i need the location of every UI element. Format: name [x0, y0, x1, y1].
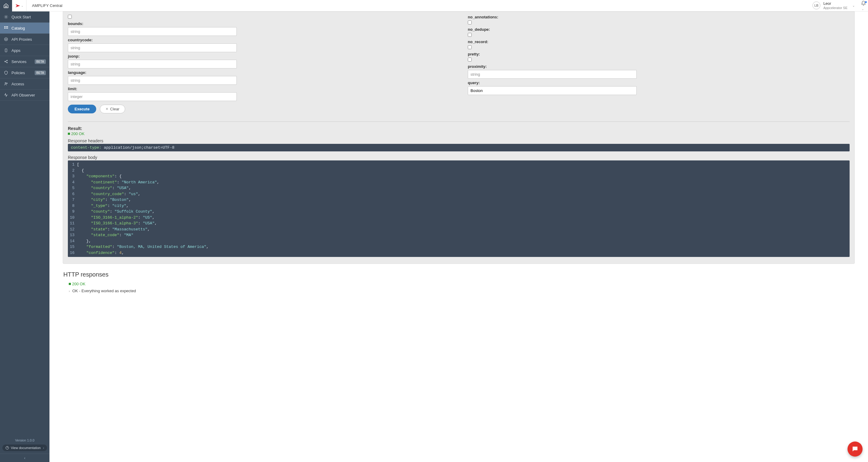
sidebar-item-label: Quick Start	[11, 15, 46, 19]
svg-rect-5	[6, 28, 7, 29]
grid-icon	[4, 26, 8, 30]
http-response-expand[interactable]: › OK - Everything worked as expected	[69, 288, 854, 293]
api-icon	[4, 37, 8, 41]
sidebar-item-label: API Proxies	[11, 37, 46, 41]
status-dot-icon	[69, 283, 71, 285]
param-input-limit[interactable]	[68, 92, 237, 101]
response-body-label: Response body	[68, 155, 849, 160]
version-label: Version 1.0.0	[0, 437, 50, 443]
response-body-code: 1[2 {3 "components": {4 "continent": "No…	[68, 160, 849, 257]
param-checkbox-pretty[interactable]	[468, 58, 472, 62]
params-right: no_annotations: no_dedupe: no_record: pr…	[468, 15, 849, 119]
response-headers-code: content-type: application/json;charset=U…	[68, 144, 849, 151]
param-label-no-record: no_record:	[468, 39, 849, 44]
param-label-pretty: pretty:	[468, 52, 849, 56]
sidebar-item-quick-start[interactable]: Quick Start	[0, 11, 50, 23]
svg-rect-6	[7, 28, 8, 29]
result-title: Result:	[68, 126, 849, 131]
shield-icon	[4, 70, 8, 75]
clear-label: Clear	[110, 107, 119, 111]
param-checkbox-no-record[interactable]	[468, 45, 472, 49]
sidebar-item-api-proxies[interactable]: API Proxies	[0, 34, 50, 45]
svg-point-11	[7, 60, 7, 61]
param-label-countrycode: countrycode:	[68, 38, 450, 42]
param-checkbox-no-dedupe[interactable]	[468, 33, 472, 37]
param-input-bounds[interactable]	[68, 27, 237, 36]
http-response-description: OK - Everything worked as expected	[72, 288, 136, 293]
device-icon	[4, 48, 8, 53]
clear-button[interactable]: ✕ Clear	[100, 105, 125, 113]
home-button[interactable]	[0, 0, 12, 11]
sidebar-collapse-button[interactable]: ‹	[0, 454, 50, 462]
sidebar: Quick Start Catalog API Proxies Apps Ser…	[0, 11, 50, 462]
sidebar-item-access[interactable]: Access	[0, 79, 50, 90]
param-input-countrycode[interactable]	[68, 43, 237, 52]
notifications-button[interactable]: ⌄	[859, 1, 868, 11]
param-label-jsonp: jsonp:	[68, 54, 450, 59]
sidebar-item-policies[interactable]: Policies BETA	[0, 67, 50, 79]
param-label-proximity: proximity:	[468, 64, 849, 69]
notification-dot	[865, 1, 867, 3]
user-name: Leor	[824, 1, 847, 6]
param-input-query[interactable]	[468, 86, 637, 95]
result-status: 200 OK	[68, 131, 849, 136]
chat-button[interactable]	[847, 441, 863, 457]
param-checkbox-no-annotations[interactable]	[468, 21, 472, 24]
share-icon	[4, 59, 8, 64]
result-status-text: 200 OK	[71, 131, 85, 136]
topbar: ⌄ AMPLIFY Central LB Leor Appcelerator S…	[0, 0, 868, 11]
svg-point-14	[6, 83, 7, 84]
svg-point-12	[7, 62, 7, 63]
params-left: bounds: countrycode: jsonp: language:	[68, 15, 450, 119]
param-label-limit: limit:	[68, 87, 450, 91]
param-label-no-dedupe: no_dedupe:	[468, 27, 849, 32]
sidebar-item-label: Access	[11, 82, 46, 86]
param-input-jsonp[interactable]	[68, 60, 237, 68]
sidebar-item-apps[interactable]: Apps	[0, 45, 50, 56]
svg-rect-4	[4, 28, 5, 29]
docs-label: View documentation	[11, 446, 41, 450]
param-checkbox-top[interactable]	[68, 15, 72, 19]
api-try-box: bounds: countrycode: jsonp: language:	[63, 11, 855, 264]
brand-logo-icon	[15, 4, 21, 8]
beta-badge: BETA	[35, 70, 46, 75]
http-response-status: 200 OK	[69, 282, 854, 286]
execute-button[interactable]: Execute	[68, 105, 96, 113]
view-documentation-button[interactable]: View documentation ›	[2, 444, 47, 451]
beta-badge: BETA	[35, 59, 46, 64]
svg-point-0	[5, 16, 7, 18]
sidebar-item-catalog[interactable]: Catalog	[0, 23, 50, 34]
response-headers-label: Response headers	[68, 138, 849, 143]
svg-rect-9	[5, 49, 7, 52]
svg-rect-2	[6, 26, 7, 27]
sidebar-item-label: API Observer	[11, 93, 46, 97]
sidebar-item-label: Apps	[11, 48, 46, 53]
status-dot-icon	[68, 133, 70, 135]
avatar: LB	[812, 1, 820, 9]
gear-icon	[4, 14, 8, 19]
param-input-proximity[interactable]	[468, 70, 637, 79]
brand-dropdown[interactable]: ⌄	[12, 0, 27, 11]
svg-point-13	[5, 83, 6, 84]
users-icon	[4, 82, 8, 86]
sidebar-item-label: Catalog	[11, 26, 46, 30]
chevron-down-icon: ⌄	[862, 7, 864, 10]
http-responses-section: HTTP responses 200 OK › OK - Everything …	[63, 271, 854, 293]
home-icon	[3, 3, 9, 8]
chevron-left-icon: ‹	[24, 456, 25, 460]
divider	[68, 121, 849, 122]
main-panel: bounds: countrycode: jsonp: language:	[50, 11, 868, 462]
user-menu[interactable]: LB Leor Appcelerator SE ⌄	[812, 1, 859, 9]
svg-rect-3	[7, 26, 8, 27]
activity-icon	[4, 93, 8, 97]
sidebar-item-services[interactable]: Services BETA	[0, 56, 50, 67]
svg-point-10	[4, 61, 5, 62]
svg-rect-1	[4, 26, 5, 27]
param-label-bounds: bounds:	[68, 22, 450, 26]
sidebar-item-api-observer[interactable]: API Observer	[0, 90, 50, 101]
help-icon	[5, 446, 9, 450]
svg-point-8	[5, 39, 7, 40]
http-responses-title: HTTP responses	[63, 271, 854, 278]
param-input-language[interactable]	[68, 76, 237, 85]
sidebar-item-label: Policies	[11, 70, 32, 75]
